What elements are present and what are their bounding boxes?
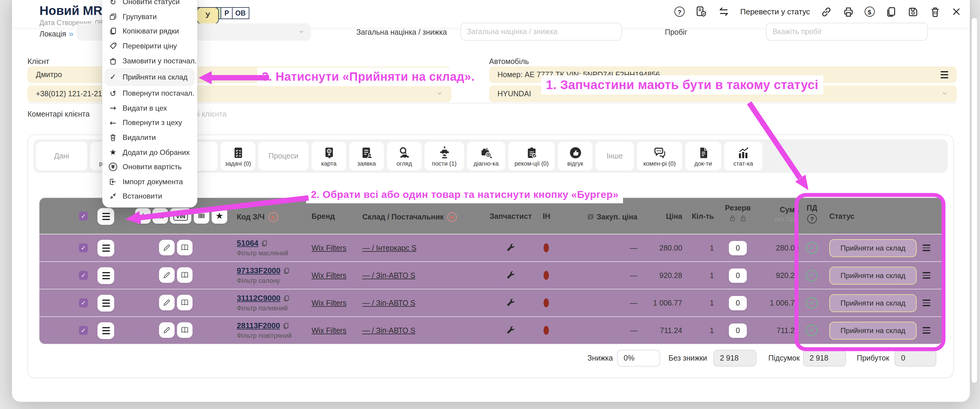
copy-icon[interactable] — [283, 294, 290, 302]
table-row[interactable]: ✓ 51064Фільтр масляний Wix Filters — / І… — [40, 234, 943, 262]
warehouse-link[interactable]: — / Зіп-АВТО S — [362, 272, 415, 280]
menu-item-group[interactable]: Групувати — [102, 9, 197, 24]
tab-processes[interactable]: Процеси — [258, 142, 309, 170]
row-burger-button[interactable] — [97, 295, 114, 312]
tab-tasks[interactable]: задачі (0) — [221, 142, 255, 170]
part-code-link[interactable]: 97133F2000 — [237, 266, 280, 275]
catalog-button[interactable] — [177, 267, 192, 283]
menu-item-check-price[interactable]: Перевірити ціну — [102, 39, 197, 54]
row-burger-button[interactable] — [97, 267, 114, 284]
warehouse-link[interactable]: — / Інтеркарс S — [362, 244, 417, 252]
row-checkbox[interactable]: ✓ — [79, 298, 88, 307]
menu-item-issue-to-workshop[interactable]: →Видати в цех — [102, 101, 197, 115]
tab-inspection[interactable]: огляд — [387, 142, 422, 170]
part-code-link[interactable]: 51064 — [237, 239, 258, 248]
document-shield-icon[interactable] — [695, 5, 707, 18]
tab-data[interactable]: Дані — [36, 142, 87, 170]
tab-recommendations[interactable]: реком-ції (0) — [508, 142, 555, 170]
markup-input[interactable] — [460, 23, 622, 41]
payment-icon[interactable]: $ — [864, 6, 875, 17]
menu-item-order-from-supplier[interactable]: Замовити у постачал. — [102, 54, 197, 68]
row-menu-icon[interactable] — [923, 245, 931, 251]
vin-search-button[interactable]: VIN — [170, 208, 191, 224]
tab-comments[interactable]: комен-рі (0) — [637, 142, 682, 170]
table-row[interactable]: ✓ 97133F2000Фільтр салону Wix Filters — … — [40, 262, 943, 290]
car-menu-icon[interactable] — [940, 72, 948, 78]
catalog-button[interactable] — [153, 208, 168, 224]
row-menu-icon[interactable] — [923, 299, 931, 306]
row-menu-icon[interactable] — [923, 272, 931, 279]
row-burger-button[interactable] — [97, 322, 114, 339]
edit-button[interactable] — [159, 267, 175, 283]
status-button[interactable]: Прийняти на склад — [829, 239, 916, 257]
menu-item-update-statuses[interactable]: ↻Оновити статуси — [102, 0, 197, 9]
copy-icon[interactable] — [261, 239, 268, 247]
row-burger-button[interactable] — [97, 240, 114, 256]
brand-link[interactable]: Wix Filters — [312, 244, 347, 252]
copy-icon[interactable] — [283, 267, 290, 274]
tab-documents[interactable]: док-ти — [685, 142, 721, 170]
row-checkbox[interactable]: ✓ — [79, 243, 88, 252]
row-checkbox[interactable]: ✓ — [79, 326, 88, 335]
add-row-button[interactable]: + — [135, 208, 151, 224]
barcode-button[interactable] — [194, 208, 209, 224]
menu-item-accept-to-warehouse[interactable]: ✓Прийняти на склад — [105, 68, 195, 86]
menu-item-copy-rows[interactable]: Копіювати рядки — [102, 24, 197, 38]
catalog-button[interactable] — [177, 295, 192, 310]
parts-worker-icon[interactable] — [505, 325, 516, 336]
copy-icon[interactable] — [283, 322, 290, 329]
parts-worker-icon[interactable] — [505, 243, 516, 253]
parts-worker-icon[interactable] — [505, 270, 516, 281]
brand-link[interactable]: Wix Filters — [312, 326, 347, 335]
help-icon[interactable]: ? — [675, 6, 685, 17]
pd-help-icon[interactable]: ? — [807, 214, 817, 224]
link-icon[interactable] — [820, 6, 832, 18]
client-phone-field[interactable]: +38(012) 121-21-21 — [27, 86, 452, 102]
copy-icon[interactable] — [885, 6, 897, 18]
favorites-button[interactable]: ★ — [212, 208, 227, 224]
part-code-link[interactable]: 28113F2000 — [237, 321, 280, 330]
edit-button[interactable] — [159, 240, 175, 255]
menu-item-update-cost[interactable]: ¥Оновити вартість — [102, 160, 197, 174]
row-menu-icon[interactable] — [923, 327, 931, 334]
status-button[interactable]: Прийняти на склад — [829, 267, 916, 285]
brand-link[interactable]: Wix Filters — [312, 299, 347, 307]
warehouse-link[interactable]: — / Зіп-АВТО S — [362, 326, 415, 335]
discount-input[interactable] — [617, 350, 660, 366]
transfer-status-icon[interactable] — [718, 5, 730, 18]
tab-diagnostics[interactable]: діагно-ка — [467, 142, 505, 170]
parts-worker-icon[interactable] — [505, 298, 516, 309]
save-icon[interactable] — [907, 6, 919, 18]
delete-icon[interactable] — [929, 6, 941, 18]
tab-request[interactable]: заявка — [349, 142, 384, 170]
tab-other[interactable]: Інше — [595, 142, 634, 170]
status-button[interactable]: Прийняти на склад — [829, 294, 916, 312]
menu-item-import-document[interactable]: Імпорт документа — [102, 174, 197, 189]
clear-filter-icon[interactable]: × — [447, 212, 457, 222]
clear-filter-icon[interactable]: × — [268, 212, 278, 222]
menu-item-return-to-supplier[interactable]: ↺Повернути постачал. — [102, 86, 197, 101]
mileage-input[interactable] — [766, 23, 928, 41]
edit-button[interactable] — [159, 295, 175, 310]
tab-posts[interactable]: пости (1) — [425, 142, 464, 170]
menu-item-delete[interactable]: Видалити — [102, 130, 197, 145]
print-icon[interactable] — [842, 6, 854, 18]
tab-map[interactable]: карта — [312, 142, 346, 170]
table-row[interactable]: ✓ 31112C9000Фільтр паливний Wix Filters … — [40, 290, 943, 317]
menu-item-return-from-workshop[interactable]: ←Повернути з цеху — [102, 115, 197, 130]
table-row[interactable]: ✓ 28113F2000Фільтр повітряний Wix Filter… — [40, 317, 943, 344]
close-icon[interactable] — [951, 6, 961, 17]
scrollbar[interactable] — [972, 18, 977, 383]
row-checkbox[interactable]: ✓ — [79, 271, 88, 280]
menu-item-add-to-favorites[interactable]: ★Додати до Обраних — [102, 145, 197, 160]
catalog-button[interactable] — [177, 240, 192, 255]
transfer-status-button[interactable]: Перевести у статус — [740, 7, 810, 16]
catalog-button[interactable] — [177, 322, 192, 338]
bulk-burger-button[interactable] — [97, 208, 114, 225]
tab-feedback[interactable]: відгук — [558, 142, 593, 170]
edit-button[interactable] — [159, 322, 175, 338]
brand-link[interactable]: Wix Filters — [312, 272, 347, 280]
part-code-link[interactable]: 31112C9000 — [237, 294, 280, 302]
warehouse-link[interactable]: — / Зіп-АВТО S — [362, 299, 415, 307]
tab-statistics[interactable]: стат-ка — [724, 142, 762, 170]
